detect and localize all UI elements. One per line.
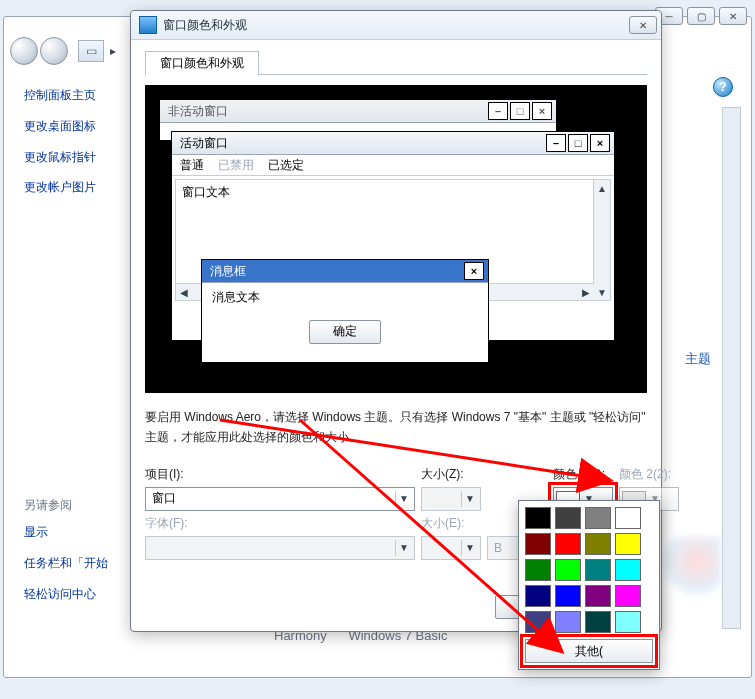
arrow-down-icon: ▼: [594, 284, 610, 300]
color-cell[interactable]: [555, 507, 581, 529]
color-cell[interactable]: [555, 611, 581, 633]
color-cell[interactable]: [615, 533, 641, 555]
size-combo[interactable]: ▼: [421, 487, 481, 511]
max-icon: □: [568, 134, 588, 152]
sidebar-link-cp-home[interactable]: 控制面板主页: [24, 87, 134, 104]
color-cell[interactable]: [555, 559, 581, 581]
label-color2: 颜色 2(2):: [619, 466, 679, 483]
see-also: 另请参阅 显示 任务栏和「开始 轻松访问中心: [24, 497, 134, 617]
sidebar: 控制面板主页 更改桌面图标 更改鼠标指针 更改帐户图片: [24, 87, 134, 210]
font-combo[interactable]: ▼: [145, 536, 415, 560]
see-also-ease-of-access[interactable]: 轻松访问中心: [24, 586, 134, 603]
preview-vscroll: ▲ ▼: [593, 180, 610, 300]
color-cell[interactable]: [525, 533, 551, 555]
dialog-close-button[interactable]: ✕: [629, 16, 657, 34]
color-cell[interactable]: [585, 585, 611, 607]
see-also-taskbar[interactable]: 任务栏和「开始: [24, 555, 134, 572]
color-cell[interactable]: [525, 585, 551, 607]
preview-menu-disabled: 已禁用: [218, 157, 254, 174]
color-cell[interactable]: [555, 585, 581, 607]
arrow-left-icon: ◀: [176, 284, 192, 300]
label-font-size: 大小(E):: [421, 515, 481, 532]
back-button[interactable]: [10, 37, 38, 65]
preview-menu-normal: 普通: [180, 157, 204, 174]
color-cell[interactable]: [585, 611, 611, 633]
color-picker-popup: 其他(: [518, 500, 660, 670]
font-size-combo[interactable]: ▼: [421, 536, 481, 560]
min-icon: –: [488, 102, 508, 120]
see-also-display[interactable]: 显示: [24, 524, 134, 541]
personalization-icon: ▭: [78, 40, 104, 62]
chevron-down-icon: ▼: [395, 491, 412, 507]
preview-menu: 普通 已禁用 已选定: [172, 155, 614, 176]
item-combo[interactable]: 窗口 ▼: [145, 487, 415, 511]
more-colors-button[interactable]: 其他(: [525, 639, 653, 663]
arrow-up-icon: ▲: [594, 180, 610, 196]
color-cell[interactable]: [615, 611, 641, 633]
label-color1: 颜色 1(L):: [553, 466, 613, 483]
label-font: 字体(F):: [145, 515, 415, 532]
color-cell[interactable]: [615, 559, 641, 581]
maximize-button[interactable]: ▢: [687, 7, 715, 25]
tab-strip: 窗口颜色和外观: [145, 50, 647, 75]
item-combo-value: 窗口: [152, 490, 176, 507]
color-cell[interactable]: [525, 507, 551, 529]
explorer-window-controls: ─ ▢ ✕: [655, 7, 747, 25]
theme-label: 主题: [685, 350, 711, 368]
min-icon: –: [546, 134, 566, 152]
dialog-icon: [139, 16, 157, 34]
color-cell[interactable]: [555, 533, 581, 555]
color-cell[interactable]: [525, 611, 551, 633]
see-also-title: 另请参阅: [24, 497, 134, 514]
preview-menu-selected: 已选定: [268, 157, 304, 174]
forward-button[interactable]: [40, 37, 68, 65]
close-button[interactable]: ✕: [719, 7, 747, 25]
color-cell[interactable]: [585, 533, 611, 555]
preview-active-title: 活动窗口: [180, 135, 228, 152]
explorer-scrollbar[interactable]: [722, 107, 741, 629]
color-cell[interactable]: [585, 559, 611, 581]
bold-button[interactable]: B: [487, 536, 521, 560]
chevron-down-icon: ▼: [395, 540, 412, 556]
preview-msgbox-ok: 确定: [309, 320, 381, 344]
label-size: 大小(Z):: [421, 466, 481, 483]
preview-msgbox-title: 消息框: [210, 263, 246, 280]
color-cell[interactable]: [615, 507, 641, 529]
color-grid: [525, 507, 653, 633]
help-icon[interactable]: ?: [713, 77, 733, 97]
chevron-down-icon: ▼: [461, 491, 478, 507]
sidebar-link-account-picture[interactable]: 更改帐户图片: [24, 179, 134, 196]
preview-area: 非活动窗口 – □ × 活动窗口 – □ × 普通 已禁用: [145, 85, 647, 393]
sidebar-link-desktop-icons[interactable]: 更改桌面图标: [24, 118, 134, 135]
aero-note: 要启用 Windows Aero，请选择 Windows 主题。只有选择 Win…: [145, 407, 647, 448]
theme-thumbnail: [661, 537, 721, 597]
close-icon: ×: [532, 102, 552, 120]
color-cell[interactable]: [525, 559, 551, 581]
dialog-title-text: 窗口颜色和外观: [163, 17, 247, 34]
close-icon: ×: [464, 262, 484, 280]
dialog-titlebar: 窗口颜色和外观 ✕: [131, 11, 661, 40]
preview-message-box: 消息框 × 消息文本 确定: [201, 259, 489, 363]
close-icon: ×: [590, 134, 610, 152]
sidebar-link-mouse-pointers[interactable]: 更改鼠标指针: [24, 149, 134, 166]
color-cell[interactable]: [615, 585, 641, 607]
chevron-down-icon: ▼: [461, 540, 478, 556]
label-item: 项目(I):: [145, 466, 415, 483]
preview-inactive-title: 非活动窗口: [168, 103, 228, 120]
preview-window-text: 窗口文本: [176, 180, 610, 205]
tab-window-color[interactable]: 窗口颜色和外观: [145, 51, 259, 76]
max-icon: □: [510, 102, 530, 120]
color-cell[interactable]: [585, 507, 611, 529]
arrow-right-icon: ▶: [578, 284, 594, 300]
preview-msgbox-text: 消息文本: [212, 289, 478, 306]
